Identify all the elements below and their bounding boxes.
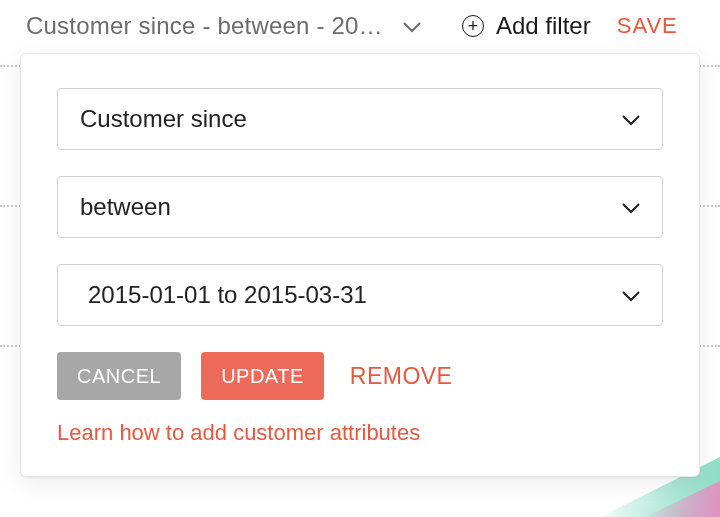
- chevron-down-icon: [622, 193, 640, 221]
- operator-select[interactable]: between: [57, 176, 663, 238]
- remove-label: REMOVE: [350, 363, 453, 389]
- filter-editor-panel: Customer since between 2015-01-01 to 201…: [20, 53, 700, 477]
- active-filter-label: Customer since - between - 20…: [26, 12, 383, 40]
- cancel-button[interactable]: CANCEL: [57, 352, 181, 400]
- attribute-select[interactable]: Customer since: [57, 88, 663, 150]
- add-filter-label: Add filter: [496, 12, 591, 40]
- date-range-value: 2015-01-01 to 2015-03-31: [88, 281, 367, 309]
- remove-link[interactable]: REMOVE: [350, 363, 453, 390]
- panel-actions: CANCEL UPDATE REMOVE: [57, 352, 663, 400]
- filter-toolbar: Customer since - between - 20… + Add fil…: [0, 0, 720, 52]
- plus-circle-icon: +: [462, 15, 484, 37]
- active-filter-chip[interactable]: Customer since - between - 20…: [26, 12, 426, 40]
- chevron-down-icon: [403, 12, 421, 40]
- chevron-down-icon: [622, 281, 640, 309]
- attribute-value: Customer since: [80, 105, 247, 133]
- save-label: SAVE: [617, 13, 678, 38]
- operator-value: between: [80, 193, 171, 221]
- help-link-label: Learn how to add customer attributes: [57, 420, 420, 445]
- chevron-down-icon: [622, 105, 640, 133]
- help-link[interactable]: Learn how to add customer attributes: [57, 420, 663, 446]
- update-button[interactable]: UPDATE: [201, 352, 324, 400]
- update-label: UPDATE: [221, 365, 304, 388]
- save-button[interactable]: SAVE: [617, 13, 678, 39]
- add-filter-button[interactable]: + Add filter: [462, 12, 591, 40]
- cancel-label: CANCEL: [77, 365, 161, 388]
- date-range-select[interactable]: 2015-01-01 to 2015-03-31: [57, 264, 663, 326]
